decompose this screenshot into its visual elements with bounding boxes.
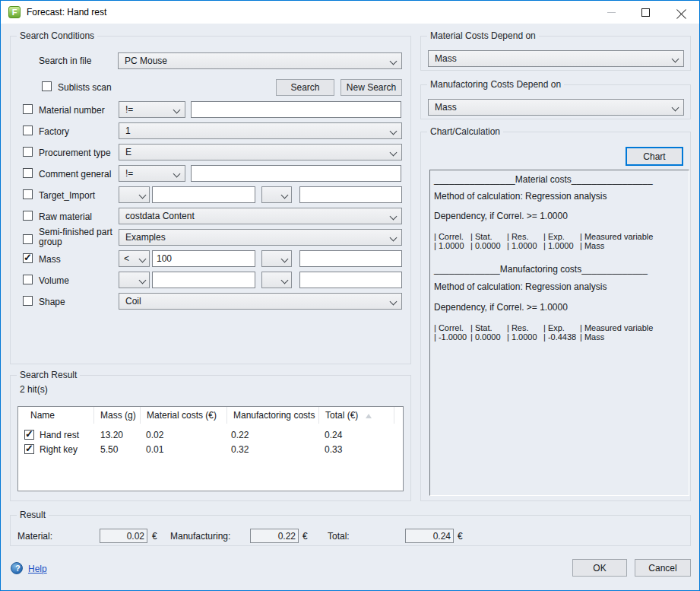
- condition-label: Comment general: [39, 169, 111, 180]
- chevron-down-icon: [390, 298, 398, 306]
- minimize-button[interactable]: [594, 2, 629, 23]
- volume-value1-input[interactable]: [152, 272, 255, 288]
- new-search-button[interactable]: New Search: [340, 79, 402, 96]
- close-icon: [676, 8, 686, 17]
- cell-material-costs: 0.01: [146, 444, 163, 455]
- comment-general-operator-select[interactable]: !=: [119, 165, 185, 182]
- sublists-scan-checkbox[interactable]: [42, 81, 52, 91]
- mass-checkbox[interactable]: [23, 253, 33, 263]
- chart-button[interactable]: Chart: [626, 147, 683, 166]
- currency-symbol: €: [302, 531, 308, 542]
- chevron-down-icon: [672, 56, 679, 63]
- close-button[interactable]: [664, 2, 698, 23]
- condition-label: Target_Import: [39, 190, 95, 201]
- chevron-down-icon: [139, 256, 147, 263]
- cell-material-costs: 0.02: [146, 430, 163, 440]
- mass-operator1-select[interactable]: <: [119, 250, 150, 267]
- shape-select[interactable]: Coil: [119, 293, 402, 310]
- forecast-dialog: F Forecast: Hand rest Search Conditions …: [0, 0, 700, 591]
- material-number-operator-select[interactable]: !=: [119, 101, 185, 118]
- procurement-type-checkbox[interactable]: [23, 147, 33, 157]
- section-heading: _____________Manufactoring costs________…: [434, 264, 686, 275]
- total-result-label: Total:: [328, 531, 350, 542]
- comment-general-checkbox[interactable]: [23, 168, 33, 178]
- chevron-down-icon: [281, 256, 289, 263]
- chevron-down-icon: [139, 277, 147, 284]
- selected-file: PC Mouse: [125, 56, 167, 66]
- target-import-value1-input[interactable]: [152, 186, 255, 203]
- material-costs-select[interactable]: Mass: [428, 50, 684, 67]
- condition-label: Semi-finished part group: [39, 227, 121, 247]
- column-header-manufactoring-costs[interactable]: Manufactoring costs: [227, 407, 319, 424]
- cell-total: 0.33: [325, 444, 342, 455]
- table-row[interactable]: Right key 5.50 0.01 0.32 0.33: [18, 442, 403, 456]
- cell-mass: 13.20: [100, 430, 123, 440]
- table-row[interactable]: Hand rest 13.20 0.02 0.22 0.24: [18, 427, 403, 442]
- val-stat: | 0.0000: [470, 241, 507, 250]
- title-bar: F Forecast: Hand rest: [1, 1, 699, 24]
- procurement-type-select[interactable]: E: [119, 144, 402, 160]
- shape-checkbox[interactable]: [23, 296, 33, 306]
- column-header-material-costs[interactable]: Material costs (€): [141, 407, 227, 424]
- volume-operator1-select[interactable]: [119, 272, 150, 288]
- mass-value2-input[interactable]: [299, 250, 402, 267]
- condition-label: Procurement type: [39, 148, 111, 158]
- volume-operator2-select[interactable]: [261, 272, 292, 288]
- search-button[interactable]: Search: [276, 79, 334, 96]
- target-import-operator2-select[interactable]: [261, 186, 292, 203]
- material-result-field[interactable]: [100, 529, 147, 543]
- selected-value: Examples: [125, 232, 166, 243]
- group-title: Search Conditions: [17, 30, 97, 41]
- group-title: Chart/Calculation: [427, 126, 503, 137]
- volume-checkbox[interactable]: [23, 275, 33, 284]
- mass-value1-input[interactable]: [152, 250, 255, 267]
- column-header-total[interactable]: Total (€): [319, 407, 394, 424]
- ok-button[interactable]: OK: [572, 559, 627, 577]
- group-title: Material Costs Depend on: [427, 30, 539, 41]
- cell-name: Right key: [40, 444, 78, 455]
- material-number-checkbox[interactable]: [23, 104, 33, 114]
- val-measured-variable: | Mass: [580, 241, 604, 250]
- comment-general-input[interactable]: [191, 165, 401, 182]
- cell-total: 0.24: [325, 430, 342, 440]
- mass-operator2-select[interactable]: [261, 250, 292, 267]
- row-checkbox[interactable]: [24, 430, 34, 440]
- row-checkbox[interactable]: [24, 444, 34, 454]
- manufacturing-result-label: Manufacturing:: [170, 531, 230, 542]
- material-number-input[interactable]: [191, 101, 401, 118]
- selected-value: E: [125, 147, 131, 157]
- target-import-operator1-select[interactable]: [119, 186, 150, 203]
- material-result-label: Material:: [17, 531, 52, 542]
- target-import-value2-input[interactable]: [299, 186, 402, 203]
- condition-row-material-number: Material number !=: [23, 101, 402, 121]
- column-header-mass[interactable]: Mass (g): [94, 407, 141, 424]
- currency-symbol: €: [152, 531, 157, 542]
- total-result-field[interactable]: [405, 529, 454, 543]
- help-link[interactable]: Help: [28, 564, 47, 574]
- column-header-name[interactable]: Name: [18, 407, 94, 424]
- condition-label: Factory: [39, 126, 69, 137]
- manufactoring-costs-select[interactable]: Mass: [428, 99, 684, 116]
- factory-checkbox[interactable]: [23, 126, 33, 135]
- manufacturing-result-field[interactable]: [250, 529, 299, 543]
- condition-label: Volume: [39, 275, 69, 286]
- val-correl: | 1.0000: [434, 241, 470, 250]
- val-exp: | -0.4438: [543, 332, 580, 342]
- search-in-file-select[interactable]: PC Mouse: [118, 52, 402, 69]
- target-import-checkbox[interactable]: [23, 189, 33, 199]
- raw-material-select[interactable]: costdata Content: [119, 208, 402, 224]
- hit-count: 2 hit(s): [20, 384, 48, 395]
- val-res: | 1.0000: [507, 241, 543, 250]
- semi-finished-select[interactable]: Examples: [119, 229, 402, 246]
- chevron-down-icon: [139, 192, 147, 199]
- maximize-button[interactable]: [629, 2, 664, 23]
- sublists-scan-label: Sublists scan: [58, 82, 112, 93]
- val-correl: | -1.0000: [434, 332, 470, 342]
- group-title: Manufactoring Costs Depend on: [427, 79, 564, 90]
- raw-material-checkbox[interactable]: [23, 211, 33, 221]
- factory-select[interactable]: 1: [119, 122, 402, 139]
- cancel-button[interactable]: Cancel: [635, 559, 691, 577]
- condition-row-factory: Factory 1: [23, 122, 402, 142]
- volume-value2-input[interactable]: [299, 272, 402, 288]
- semi-finished-checkbox[interactable]: [23, 234, 33, 244]
